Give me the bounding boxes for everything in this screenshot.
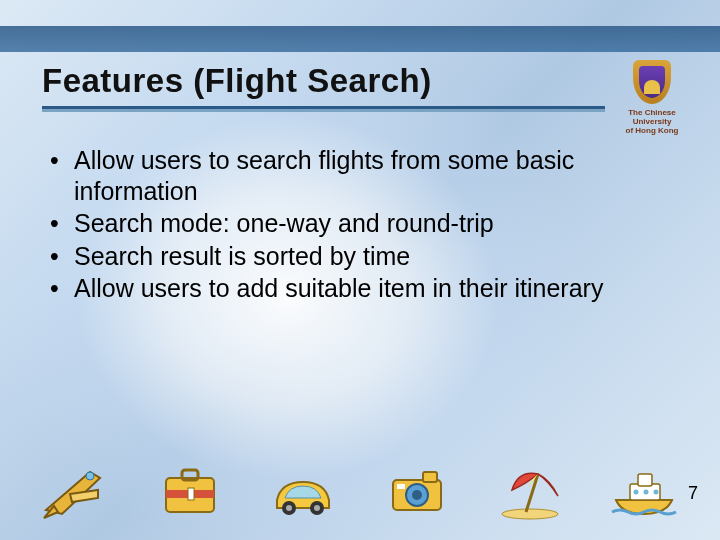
svg-rect-16 — [397, 484, 405, 489]
svg-rect-5 — [182, 470, 198, 480]
bullet-item: Allow users to add suitable item in thei… — [46, 273, 660, 304]
airplane-icon — [40, 460, 112, 520]
svg-rect-13 — [423, 472, 437, 482]
svg-point-11 — [314, 505, 320, 511]
svg-point-3 — [86, 472, 94, 480]
logo-text-line2: of Hong Kong — [610, 126, 694, 135]
svg-point-17 — [502, 509, 558, 519]
title-underline — [42, 106, 605, 109]
svg-rect-20 — [638, 474, 652, 486]
bullet-item: Search mode: one-way and round-trip — [46, 208, 660, 239]
title-block: Features (Flight Search) — [42, 62, 605, 109]
bullet-item: Search result is sorted by time — [46, 241, 660, 272]
slide-title: Features (Flight Search) — [42, 62, 605, 106]
svg-point-9 — [286, 505, 292, 511]
footer-icons — [30, 458, 690, 522]
suitcase-icon — [154, 460, 226, 520]
crest-icon — [633, 60, 671, 104]
logo-text-line1: The Chinese University — [610, 108, 694, 126]
car-icon — [267, 460, 339, 520]
header-stripe — [0, 26, 720, 52]
svg-point-15 — [412, 490, 422, 500]
svg-point-21 — [633, 490, 638, 495]
beach-umbrella-icon — [494, 460, 566, 520]
svg-point-23 — [653, 490, 658, 495]
bullet-item: Allow users to search flights from some … — [46, 145, 660, 206]
university-logo: The Chinese University of Hong Kong — [610, 60, 694, 136]
ship-icon — [608, 460, 680, 520]
svg-rect-7 — [188, 488, 194, 500]
svg-point-22 — [643, 490, 648, 495]
bullet-list: Allow users to search flights from some … — [46, 145, 660, 306]
camera-icon — [381, 460, 453, 520]
slide: Features (Flight Search) The Chinese Uni… — [0, 0, 720, 540]
page-number: 7 — [688, 483, 698, 504]
